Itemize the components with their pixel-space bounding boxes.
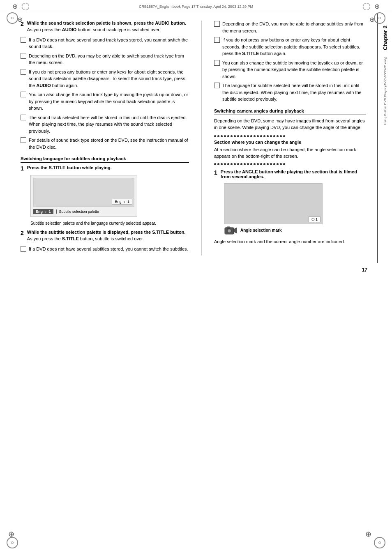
header-bar: ⊕ CRB1887A_English.book Page 17 Thursday… [0,0,392,13]
bullet-icon [214,83,220,88]
dot [247,163,249,165]
dot [267,163,269,165]
circle-mark-top-left [7,12,18,24]
bullet-item: If a DVD does not have several sound tra… [21,37,189,50]
bullet-icon [21,92,26,97]
subtitle-step1-caption: Subtitle selection palette and the langu… [30,220,189,226]
dot [260,163,262,165]
col-divider [201,21,202,256]
circle-mark-bottom-right [374,537,385,548]
angle-note-body: At a section where the angle can be chan… [214,146,366,160]
subtitle-screenshot-inner: Eng ↕ 1 [33,178,134,207]
bullet-list-1: If a DVD does not have several sound tra… [21,37,189,151]
bullet-text: If you do not press any buttons or enter… [222,37,366,57]
angle-number: 1 [316,217,318,221]
reg-circle-left [22,3,29,10]
dot [227,163,229,165]
subtitle-screenshot-box: Eng ↕ 1 Eng ↕ 1 Subtitle selection palet… [30,175,137,217]
dot [217,135,219,137]
bullet-item: You can also change the sound track type… [21,91,189,112]
step1-subtitle-content: Press the S.TITLE button while playing. [27,165,189,171]
right-column: Depending on the DVD, you may be able to… [206,21,366,256]
bullet-icon [21,115,26,120]
dot [254,135,256,137]
dot [221,163,223,165]
dot [254,163,256,165]
page-number: 17 [0,267,392,277]
inner-circle [11,541,14,544]
audio-bold: AUDIO [155,21,169,25]
dot [224,135,226,137]
angle-note-title: Section where you can change the angle [214,140,366,145]
bullet-icon [21,69,26,75]
circle-mark-bottom-left [7,537,18,548]
bullet-text: You can also change the sound track type… [29,91,189,112]
step1-subtitle-number: 1 [21,165,24,172]
dot [240,135,242,137]
step1-subtitle-row: 1 Press the S.TITLE button while playing… [21,165,189,172]
angle-screenshot-box: ⬡ 1 [224,183,323,224]
dot [227,135,229,137]
page-container: ⊕ CRB1887A_English.book Page 17 Thursday… [0,0,392,555]
inner-circle [11,17,14,19]
svg-point-2 [228,230,231,232]
subtitle-section-title: Switching language for subtitles during … [21,156,189,163]
bullet-item: If you do not press any buttons or enter… [214,37,366,57]
dot [240,163,242,165]
camera-section-title: Switching camera angles during playback [214,108,366,115]
svg-marker-4 [234,228,237,233]
bullet-item: You can also change the subtitle by movi… [214,60,366,80]
inner-circle [378,17,381,19]
step2-subtitle-number: 2 [21,230,24,236]
chapter2-label: Chapter 2 [382,25,388,50]
camera-icon-box [224,226,237,235]
chapter-sidebar: Chapter 2 Using Built-in DVD Player (AVI… [377,13,392,263]
dot [283,163,285,165]
audio-bold2: AUDIO [62,27,76,32]
bullet-item: The language for subtitle selected here … [214,82,366,103]
dot [234,135,236,137]
bullet-item: Depending on the DVD, you may be only ab… [21,53,189,66]
bullet-text: For details of sound track type stored o… [29,137,189,150]
bullet-text: If a DVD does not have several subtitles… [29,246,189,253]
dot [231,163,233,165]
subtitle-bar: Eng ↕ 1 Subtitle selection palette [33,209,134,214]
step2-subtitle-body: As you press the S.TITLE button, subtitl… [27,235,189,242]
dot [280,135,282,137]
dot [260,135,262,137]
dot [231,135,233,137]
bullet-icon [21,246,26,252]
dot [221,135,223,137]
bullet-icon [214,60,220,66]
dot [273,163,275,165]
dot [247,135,249,137]
dot [217,163,219,165]
bullet-item: For details of sound track type stored o… [21,137,189,150]
step1-angle-number: 1 [214,169,217,176]
bullet-list-right: Depending on the DVD, you may be able to… [214,21,366,103]
crosshair-top-left: ⊕ [17,16,23,23]
dot [214,163,216,165]
bullet-item: The sound track selected here will be st… [21,114,189,135]
camera-section-body: Depending on the DVD, some may have imag… [214,117,366,131]
angle-mark-label: Angle selection mark [240,228,282,233]
bullet-icon [21,37,26,43]
step2-subtitle-content: While the subtitle selection palette is … [27,230,189,242]
step2-subtitle-title: While the subtitle selection palette is … [27,230,189,235]
dot [283,135,285,137]
reg-circle-right [363,3,370,10]
bullet-text: The language for subtitle selected here … [222,82,366,103]
step1-subtitle-title: Press the S.TITLE button while playing. [27,165,189,170]
reg-mark-right: ⊕ [374,2,380,10]
bullet-text: If a DVD does not have several sound tra… [29,37,189,50]
dot [250,135,252,137]
main-layout: 2 While the sound track selection palett… [0,13,392,263]
inner-circle [378,541,381,544]
dot [234,163,236,165]
dot [263,163,265,165]
subtitle-indicator: Eng ↕ 1 [33,209,53,214]
angle-icon: ⬡ [311,217,315,221]
dot [280,163,282,165]
svg-rect-3 [227,227,230,228]
dot [270,163,272,165]
